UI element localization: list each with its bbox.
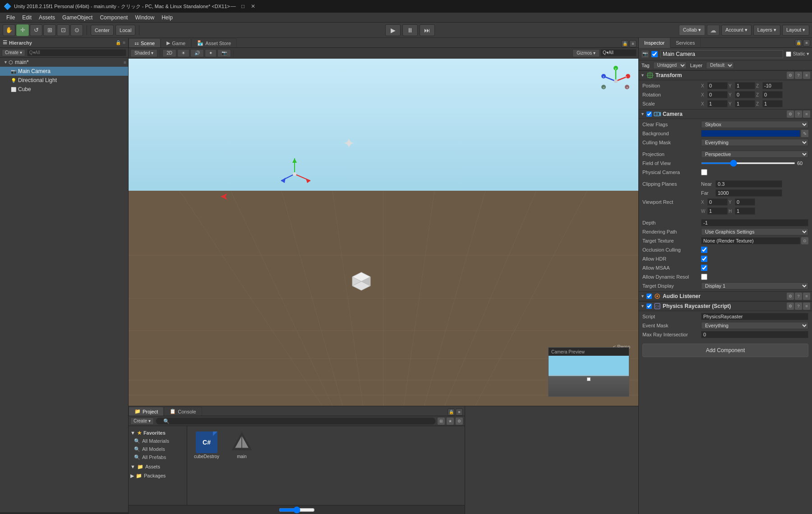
project-menu-button[interactable]: ≡ [456,408,463,416]
asset-main[interactable]: main [226,430,258,461]
tab-scene[interactable]: ⚏ Scene [129,38,161,47]
viewport-x-input[interactable] [707,198,728,206]
clip-far-input[interactable] [715,189,782,197]
project-view-btn2[interactable]: ★ [447,418,454,425]
menu-component[interactable]: Component [96,14,131,22]
static-checkbox[interactable] [786,51,791,57]
script-input[interactable] [701,313,808,320]
scene-search-input[interactable] [600,49,637,56]
static-toggle[interactable]: Static ▾ [786,51,809,57]
clip-near-input[interactable] [715,180,782,188]
fx-button[interactable]: ✦ [205,49,217,57]
layers-button[interactable]: Layers ▾ [753,25,780,36]
add-component-button[interactable]: Add Component [642,344,808,357]
services-tab-button[interactable]: Services [670,38,701,48]
lighting-button[interactable]: ☀ [177,49,189,57]
tab-game[interactable]: ▶ Game [161,38,191,47]
scale-z-input[interactable] [762,100,783,107]
space-button[interactable]: Local [115,25,135,36]
tool-rect[interactable]: ⊡ [57,24,69,36]
projection-dropdown[interactable]: Perspective [701,151,808,158]
rot-x-input[interactable] [707,91,728,98]
tool-rotate[interactable]: ↺ [30,24,42,36]
allowmsaa-checkbox[interactable] [701,265,707,271]
hierarchy-settings-icon[interactable]: ≡ [124,60,126,65]
renderpath-dropdown[interactable]: Use Graphics Settings [701,228,808,235]
physicsraycaster-help-btn[interactable]: ? [795,303,802,310]
asset-zoom-slider[interactable] [279,506,315,514]
rot-y-input[interactable] [735,91,755,98]
cloud-button[interactable]: ☁ [707,25,720,36]
gameobject-name-input[interactable] [660,50,783,58]
fav-all-prefabs[interactable]: 🔍 All Prefabs [130,453,185,461]
hierarchy-item-light[interactable]: 💡 Directional Light [0,76,128,85]
physicsraycaster-enabled-checkbox[interactable] [646,303,652,309]
gizmos-dropdown[interactable]: Gizmos ▾ [572,49,600,57]
pos-x-input[interactable] [707,82,728,89]
targettexture-input[interactable] [701,237,800,244]
background-edit-btn[interactable]: ✎ [801,130,808,137]
panel-menu-button[interactable]: ≡ [629,40,637,47]
dynamicresol-checkbox[interactable] [701,274,707,280]
pos-y-input[interactable] [735,82,755,89]
menu-help[interactable]: Help [158,14,176,22]
audiolistener-settings-btn[interactable]: ⚙ [787,293,794,300]
hierarchy-menu-icon[interactable]: ≡ [123,40,125,45]
depth-input[interactable] [701,219,808,226]
camera-help-btn[interactable]: ? [795,110,802,118]
tool-move[interactable]: ✛ [16,24,29,36]
fov-slider[interactable] [701,162,795,164]
maximize-button[interactable]: □ [240,3,246,9]
physicsraycaster-settings-btn[interactable]: ⚙ [787,303,794,310]
fav-all-models[interactable]: 🔍 All Models [130,445,185,453]
camera-context-btn[interactable]: ≡ [803,110,810,118]
2d-button[interactable]: 2D [162,49,176,57]
hierarchy-item-maincamera[interactable]: 📷 Main Camera [0,67,128,76]
audiolistener-component-header[interactable]: ▼ Audio Listener ⚙ ? ≡ [639,291,812,301]
account-button[interactable]: Account ▾ [721,25,752,36]
gameobject-active-checkbox[interactable] [651,51,658,57]
menu-gameobject[interactable]: GameObject [59,14,96,22]
minimize-button[interactable]: — [230,3,236,9]
viewport-y-input[interactable] [735,198,755,206]
panel-lock-button[interactable]: 🔒 [621,40,628,47]
camera-settings-btn[interactable]: ⚙ [787,110,794,118]
project-create-button[interactable]: Create ▾ [130,418,154,425]
tab-console[interactable]: 📋 Console [164,407,202,416]
maxray-input[interactable] [701,331,808,338]
assets-section-header[interactable]: ▼ 📁 Assets [129,462,187,471]
project-view-btn1[interactable]: ⊞ [438,418,445,425]
inspector-tab-button[interactable]: Inspector [639,38,670,48]
tool-transform[interactable]: ⊙ [70,24,83,36]
clearflags-dropdown[interactable]: Skybox [701,121,808,128]
eventmask-dropdown[interactable]: Everything [701,322,808,329]
occlusionculling-checkbox[interactable] [701,247,707,253]
packages-section-header[interactable]: ▶ 📁 Packages [129,471,187,480]
project-view-btn3[interactable]: ⚙ [456,418,463,425]
play-button[interactable]: ▶ [385,24,401,36]
tab-assetstore[interactable]: 🏪 Asset Store [191,38,237,47]
close-button[interactable]: ✕ [250,3,256,9]
collab-button[interactable]: Collab ▾ [679,25,705,36]
scale-y-input[interactable] [735,100,755,107]
hierarchy-lock-icon[interactable]: 🔒 [115,40,121,45]
viewport-h-input[interactable] [735,207,755,215]
camera-enabled-checkbox[interactable] [646,111,652,117]
menu-assets[interactable]: Assets [35,14,59,22]
physicsraycaster-context-btn[interactable]: ≡ [803,303,810,310]
pos-z-input[interactable] [762,82,783,89]
scene-viewport[interactable]: ✦ ➤ [129,59,638,406]
hierarchy-item-cube[interactable]: ⬜ Cube [0,85,128,94]
scale-x-input[interactable] [707,100,728,107]
project-search-input[interactable] [156,418,436,425]
pause-button[interactable]: ⏸ [402,24,418,36]
fav-all-materials[interactable]: 🔍 All Materials [130,437,185,445]
tool-hand[interactable]: ✋ [3,24,15,36]
physicalcamera-checkbox[interactable] [701,169,707,175]
camera-component-header[interactable]: ▼ Camera ⚙ ? ≡ [639,109,812,119]
layout-button[interactable]: Layout ▾ [782,25,809,36]
transform-settings-btn[interactable]: ⚙ [787,72,794,79]
transform-context-btn[interactable]: ≡ [803,72,810,79]
inspector-lock-button[interactable]: 🔒 [795,39,802,46]
hierarchy-create-button[interactable]: Create ▾ [2,49,25,56]
